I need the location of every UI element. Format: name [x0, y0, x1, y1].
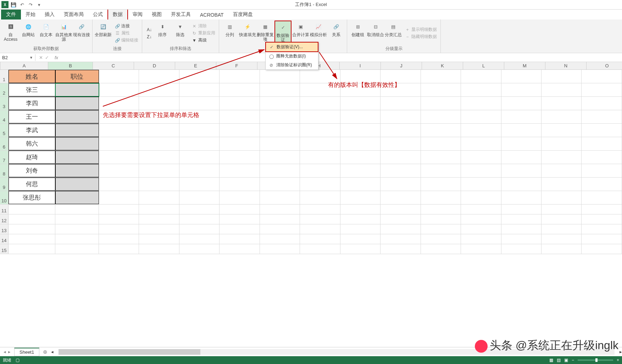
cell-I14[interactable]: [340, 234, 381, 244]
cell-B6[interactable]: [55, 137, 99, 150]
cell-O8[interactable]: [582, 164, 622, 177]
row-header-11[interactable]: 11: [0, 205, 9, 214]
tab-insert[interactable]: 插入: [40, 10, 59, 19]
cell-E1[interactable]: [179, 70, 220, 83]
cell-K13[interactable]: [421, 224, 461, 234]
cell-G2[interactable]: [260, 83, 300, 96]
cell-N15[interactable]: [542, 244, 582, 254]
cell-F9[interactable]: [220, 178, 260, 191]
cell-J12[interactable]: [381, 214, 421, 224]
cell-O10[interactable]: [582, 191, 622, 204]
row-header-8[interactable]: 8: [0, 164, 9, 177]
cell-J13[interactable]: [381, 224, 421, 234]
row-header-3[interactable]: 3: [0, 97, 9, 110]
from-access-button[interactable]: 🅰自 Access: [2, 21, 19, 46]
cell-A8[interactable]: 刘奇: [9, 164, 55, 177]
cell-M3[interactable]: [501, 97, 542, 110]
cell-J9[interactable]: [381, 178, 421, 191]
tab-baidu[interactable]: 百度网盘: [228, 10, 257, 19]
cell-H11[interactable]: [300, 205, 340, 214]
column-header-I[interactable]: I: [340, 62, 381, 69]
from-other-button[interactable]: 📊自其他来源: [55, 21, 72, 46]
column-header-K[interactable]: K: [422, 62, 463, 69]
cell-J8[interactable]: [381, 164, 421, 177]
cell-G5[interactable]: [260, 124, 300, 137]
cell-C14[interactable]: [99, 234, 139, 244]
cell-E12[interactable]: [179, 214, 220, 224]
cell-C13[interactable]: [99, 224, 139, 234]
cell-M1[interactable]: [501, 70, 542, 83]
cell-B4[interactable]: [55, 110, 99, 123]
subtotal-button[interactable]: ▤分类汇总: [385, 21, 402, 46]
cell-N6[interactable]: [542, 137, 582, 150]
cell-M14[interactable]: [501, 234, 542, 244]
row-header-7[interactable]: 7: [0, 151, 9, 164]
cell-I9[interactable]: [340, 178, 381, 191]
cell-B14[interactable]: [55, 234, 99, 244]
cell-F7[interactable]: [220, 151, 260, 164]
cell-E7[interactable]: [179, 151, 220, 164]
cell-L1[interactable]: [461, 70, 501, 83]
cell-F2[interactable]: [220, 83, 260, 96]
cell-K2[interactable]: [421, 83, 461, 96]
cell-M10[interactable]: [501, 191, 542, 204]
cell-F13[interactable]: [220, 224, 260, 234]
scroll-right-icon[interactable]: ▸: [620, 349, 622, 354]
sheet-tab[interactable]: Sheet1: [14, 348, 39, 356]
cell-K8[interactable]: [421, 164, 461, 177]
row-header-1[interactable]: 1: [0, 70, 9, 83]
cell-H6[interactable]: [300, 137, 340, 150]
cell-E9[interactable]: [179, 178, 220, 191]
cell-B13[interactable]: [55, 224, 99, 234]
row-header-12[interactable]: 12: [0, 214, 9, 224]
cell-C11[interactable]: [99, 205, 139, 214]
cell-M6[interactable]: [501, 137, 542, 150]
row-header-9[interactable]: 9: [0, 178, 9, 191]
cell-N10[interactable]: [542, 191, 582, 204]
scroll-thumb[interactable]: [59, 349, 200, 355]
from-web-button[interactable]: 🌐自网站: [20, 21, 37, 46]
cell-H3[interactable]: [300, 97, 340, 110]
cell-O12[interactable]: [582, 214, 622, 224]
name-box-dropdown-icon[interactable]: ▼: [29, 56, 33, 60]
cell-F6[interactable]: [220, 137, 260, 150]
undo-icon[interactable]: ↶: [18, 1, 26, 8]
cell-M7[interactable]: [501, 151, 542, 164]
cell-L2[interactable]: [461, 83, 501, 96]
cell-D6[interactable]: [139, 137, 179, 150]
cell-G7[interactable]: [260, 151, 300, 164]
add-sheet-button[interactable]: ⊕: [39, 348, 51, 356]
tab-file[interactable]: 文件: [1, 10, 21, 19]
advanced-filter-button[interactable]: ▼高级: [190, 37, 217, 44]
cell-H10[interactable]: [300, 191, 340, 204]
cell-F3[interactable]: [220, 97, 260, 110]
cell-N4[interactable]: [542, 110, 582, 123]
cell-E10[interactable]: [179, 191, 220, 204]
sort-asc-button[interactable]: A↓: [145, 27, 153, 33]
cell-K9[interactable]: [421, 178, 461, 191]
cell-I3[interactable]: [340, 97, 381, 110]
column-header-O[interactable]: O: [587, 62, 622, 69]
cell-J14[interactable]: [381, 234, 421, 244]
cell-C5[interactable]: [99, 124, 139, 137]
cell-D9[interactable]: [139, 178, 179, 191]
cell-A10[interactable]: 张思彤: [9, 191, 55, 204]
cell-L11[interactable]: [461, 205, 501, 214]
zoom-in-icon[interactable]: +: [617, 358, 619, 363]
cell-A3[interactable]: 李四: [9, 97, 55, 110]
clear-filter-button[interactable]: ✕清除: [190, 23, 217, 29]
cell-D4[interactable]: [139, 110, 179, 123]
cell-H2[interactable]: [300, 83, 340, 96]
cell-D3[interactable]: [139, 97, 179, 110]
cell-A9[interactable]: 何思: [9, 178, 55, 191]
cell-H14[interactable]: [300, 234, 340, 244]
cell-D13[interactable]: [139, 224, 179, 234]
sheet-prev-icon[interactable]: ◂: [4, 349, 6, 354]
cell-J1[interactable]: [381, 70, 421, 83]
cell-O3[interactable]: [582, 97, 622, 110]
cell-O4[interactable]: [582, 110, 622, 123]
cell-L4[interactable]: [461, 110, 501, 123]
cell-A1[interactable]: 姓名: [9, 70, 55, 83]
view-break-icon[interactable]: ▣: [564, 358, 568, 363]
cell-A7[interactable]: 赵琦: [9, 151, 55, 164]
